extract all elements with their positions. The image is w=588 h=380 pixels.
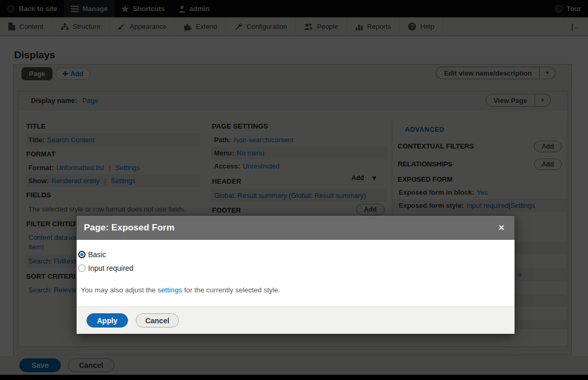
dialog-cancel-button[interactable]: Cancel	[136, 313, 179, 328]
radio-option-basic[interactable]: Basic	[78, 250, 506, 259]
radio-option-input-required[interactable]: Input required	[78, 264, 506, 272]
dialog-note: You may also adjust the settings for the…	[81, 286, 506, 294]
dialog-title: Page: Exposed Form	[84, 223, 175, 233]
settings-link[interactable]: settings	[158, 286, 183, 294]
note-text-post: for the currently selected style.	[182, 286, 280, 294]
note-text-pre: You may also adjust the	[81, 286, 158, 294]
dialog-titlebar[interactable]: Page: Exposed Form ✕	[77, 216, 515, 240]
radio-input-required-label: Input required	[88, 264, 133, 272]
apply-button[interactable]: Apply	[87, 313, 128, 328]
close-icon[interactable]: ✕	[496, 223, 507, 233]
dialog-buttonpane: Apply Cancel	[77, 307, 515, 334]
radio-icon-selected[interactable]	[78, 251, 85, 258]
exposed-form-dialog: Page: Exposed Form ✕ Basic Input require…	[76, 215, 515, 334]
dialog-body: Basic Input required You may also adjust…	[77, 240, 515, 294]
apply-label: Apply	[97, 316, 117, 325]
radio-icon-unselected[interactable]	[78, 265, 85, 272]
radio-basic-label: Basic	[88, 250, 106, 259]
dialog-cancel-label: Cancel	[145, 316, 169, 325]
